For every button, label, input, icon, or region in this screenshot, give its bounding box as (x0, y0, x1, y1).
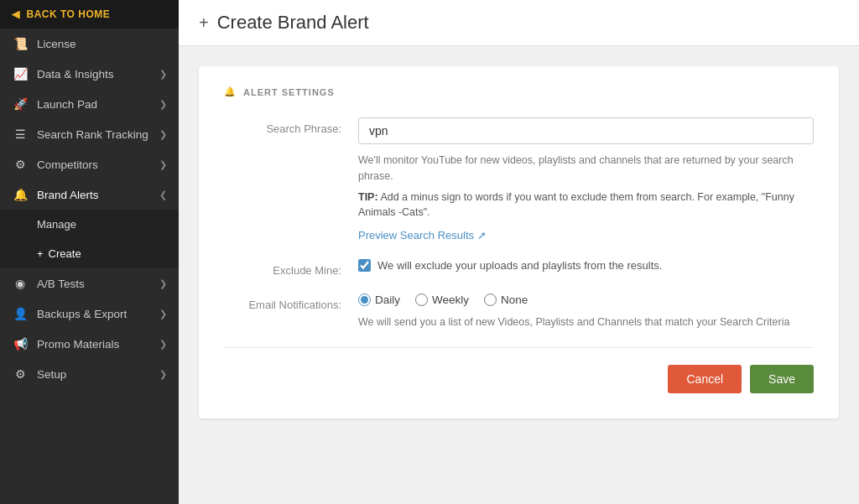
sidebar-item-label-setup: Setup (37, 368, 159, 381)
exclude-mine-label: Exclude Mine: (224, 259, 358, 277)
section-title: 🔔 ALERT SETTINGS (224, 86, 814, 97)
chevron-icon: ❯ (159, 159, 167, 170)
chevron-icon: ❯ (159, 278, 167, 289)
search-phrase-label: Search Phrase: (224, 117, 358, 242)
radio-none-input[interactable] (484, 294, 497, 306)
backups-icon: 👤 (12, 307, 29, 320)
tip-label: TIP: (358, 191, 378, 203)
launch-pad-icon: 🚀 (12, 97, 29, 111)
chevron-icon: ❯ (159, 369, 167, 380)
brand-alerts-icon: 🔔 (12, 188, 29, 201)
sidebar: ◀ BACK TO HOME 📜 License 📈 Data & Insigh… (0, 0, 179, 504)
sidebar-item-label-launch-pad: Launch Pad (37, 98, 159, 111)
plus-icon: + (37, 247, 44, 260)
chevron-icon: ❯ (159, 339, 167, 350)
sidebar-item-label-competitors: Competitors (37, 158, 159, 171)
external-link-icon: ➚ (477, 229, 487, 242)
sidebar-item-search-rank-tracking[interactable]: ☰ Search Rank Tracking ❯ (0, 119, 179, 149)
sidebar-item-data-insights[interactable]: 📈 Data & Insights ❯ (0, 59, 179, 89)
sidebar-item-label-promo: Promo Materials (37, 338, 159, 351)
sidebar-item-brand-alerts[interactable]: 🔔 Brand Alerts ❮ (0, 179, 179, 210)
chevron-icon: ❯ (159, 99, 167, 110)
cancel-button[interactable]: Cancel (668, 365, 742, 393)
email-notifications-label: Email Notifications: (224, 294, 358, 330)
sidebar-item-setup[interactable]: ⚙ Setup ❯ (0, 359, 179, 389)
back-to-home-button[interactable]: ◀ BACK TO HOME (0, 0, 179, 29)
email-notifications-row: Email Notifications: Daily Weekly (224, 294, 814, 330)
exclude-mine-checkbox-label: We will exclude your uploads and playlis… (377, 259, 662, 272)
license-icon: 📜 (12, 37, 29, 50)
setup-icon: ⚙ (12, 367, 29, 381)
main-content: + Create Brand Alert 🔔 ALERT SETTINGS Se… (179, 0, 859, 504)
email-notification-note: We will send you a list of new Videos, P… (358, 314, 814, 330)
create-label: Create (49, 247, 81, 260)
form-divider (224, 347, 814, 348)
email-notifications-radio-group: Daily Weekly None (358, 294, 814, 306)
back-to-home-label: BACK TO HOME (27, 8, 111, 20)
exclude-mine-row: Exclude Mine: We will exclude your uploa… (224, 259, 814, 277)
preview-link-label: Preview Search Results (358, 229, 474, 242)
sidebar-item-create[interactable]: + Create (0, 239, 179, 268)
section-title-text: ALERT SETTINGS (243, 87, 335, 97)
chevron-down-icon: ❮ (159, 190, 167, 200)
ab-tests-icon: ◉ (12, 277, 29, 290)
email-notifications-content: Daily Weekly None We will send you a lis… (358, 294, 814, 330)
sidebar-item-launch-pad[interactable]: 🚀 Launch Pad ❯ (0, 89, 179, 119)
sidebar-item-ab-tests[interactable]: ◉ A/B Tests ❯ (0, 268, 179, 299)
search-phrase-input[interactable] (358, 117, 814, 144)
exclude-mine-content: We will exclude your uploads and playlis… (358, 259, 814, 277)
sidebar-item-manage[interactable]: Manage (0, 210, 179, 239)
preview-search-results-link[interactable]: Preview Search Results ➚ (358, 229, 487, 242)
data-insights-icon: 📈 (12, 67, 29, 81)
radio-weekly-label: Weekly (432, 294, 469, 306)
sidebar-item-label-backups: Backups & Export (37, 308, 159, 320)
radio-daily-input[interactable] (358, 294, 371, 306)
sidebar-item-label-brand-alerts: Brand Alerts (37, 189, 159, 201)
search-phrase-row: Search Phrase: We'll monitor YouTube for… (224, 117, 814, 242)
exclude-mine-checkbox[interactable] (358, 259, 371, 272)
form-actions: Cancel Save (224, 365, 814, 393)
sidebar-item-backups-export[interactable]: 👤 Backups & Export ❯ (0, 299, 179, 329)
radio-daily[interactable]: Daily (358, 294, 400, 306)
manage-label: Manage (37, 218, 76, 231)
sidebar-item-license[interactable]: 📜 License (0, 29, 179, 59)
tip-content: Add a minus sign to words if you want to… (358, 191, 794, 219)
bell-icon: 🔔 (224, 86, 237, 97)
back-arrow-icon: ◀ (12, 8, 20, 20)
chevron-icon: ❯ (159, 129, 167, 140)
competitors-icon: ⚙ (12, 158, 29, 171)
radio-weekly[interactable]: Weekly (415, 294, 469, 306)
sidebar-item-competitors[interactable]: ⚙ Competitors ❯ (0, 149, 179, 179)
page-header: + Create Brand Alert (179, 0, 859, 46)
radio-weekly-input[interactable] (415, 294, 428, 306)
radio-none-label: None (501, 294, 528, 306)
promo-icon: 📢 (12, 337, 29, 351)
sidebar-item-promo-materials[interactable]: 📢 Promo Materials ❯ (0, 329, 179, 359)
chevron-icon: ❯ (159, 309, 167, 320)
radio-daily-label: Daily (375, 294, 400, 306)
sidebar-item-label-data-insights: Data & Insights (37, 68, 159, 81)
header-plus-icon: + (199, 13, 209, 33)
main-body: 🔔 ALERT SETTINGS Search Phrase: We'll mo… (179, 46, 859, 504)
search-phrase-content: We'll monitor YouTube for new videos, pl… (358, 117, 814, 242)
search-phrase-tip: TIP: Add a minus sign to words if you wa… (358, 190, 814, 221)
sidebar-item-label-ab-tests: A/B Tests (37, 278, 159, 290)
radio-none[interactable]: None (484, 294, 528, 306)
chevron-icon: ❯ (159, 69, 167, 80)
sidebar-item-label-search-rank: Search Rank Tracking (37, 128, 159, 141)
search-phrase-help: We'll monitor YouTube for new videos, pl… (358, 153, 814, 184)
sidebar-item-label-license: License (37, 38, 167, 50)
save-button[interactable]: Save (750, 365, 814, 393)
exclude-mine-checkbox-row: We will exclude your uploads and playlis… (358, 259, 814, 272)
search-rank-icon: ☰ (12, 127, 29, 141)
page-title: Create Brand Alert (217, 12, 369, 34)
alert-settings-card: 🔔 ALERT SETTINGS Search Phrase: We'll mo… (199, 66, 839, 418)
